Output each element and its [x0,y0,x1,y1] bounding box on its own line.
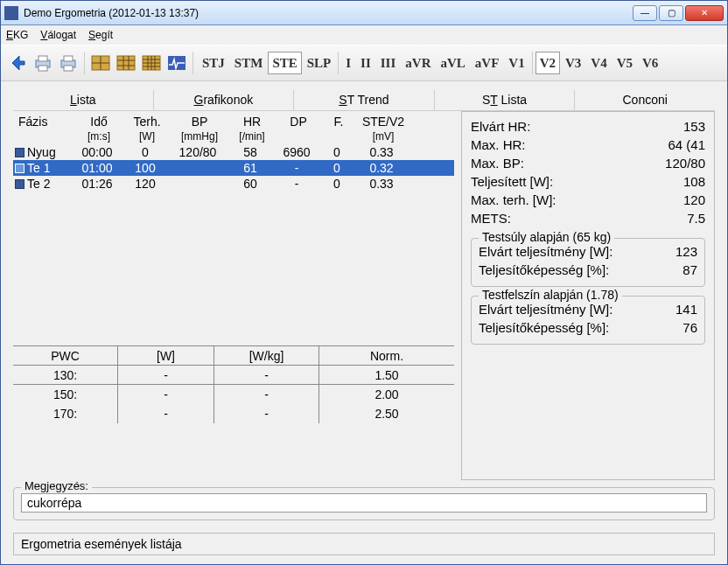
print-button-2[interactable] [57,52,80,74]
stat-telj-w-value: 108 [683,174,705,189]
lead-button-stm[interactable]: STM [230,52,268,74]
close-button[interactable]: ✕ [685,5,724,21]
group-testfelszin-legend: Testfelszín alapján (1.78) [479,288,622,302]
menu-ekg[interactable]: EKG [6,29,28,41]
phase-table-header: Fázis Idő[m:s] Terh.[W] BP[mmHg] HR[/min… [13,111,454,144]
group-testsuly-legend: Testsúly alapján (65 kg) [479,230,614,244]
pwc-row: 170:--2.50 [13,404,454,423]
group-testsuly: Testsúly alapján (65 kg) Elvárt teljesít… [471,238,705,287]
window-controls: — ▢ ✕ [633,5,724,21]
svg-rect-4 [64,56,73,61]
lead-button-v4[interactable]: V4 [586,52,611,74]
pwc-table: PWC [W] [W/kg] Norm. 130:--1.50150:--2.0… [13,345,454,423]
stat-max-bp-value: 120/80 [665,156,705,171]
minimize-button[interactable]: — [633,5,657,21]
lead-button-stj[interactable]: STJ [198,52,229,74]
phase-table: Fázis Idő[m:s] Terh.[W] BP[mmHg] HR[/min… [13,111,454,345]
maximize-button[interactable]: ▢ [659,5,683,21]
svg-rect-9 [117,56,135,70]
stat-mets-label: METS: [471,211,511,226]
row-icon [15,179,24,189]
lead-button-i[interactable]: I [341,52,355,74]
lead-button-v5[interactable]: V5 [612,52,637,74]
stat-max-bp-label: Max. BP: [471,156,524,171]
lead-button-v1[interactable]: V1 [504,52,528,74]
svg-rect-5 [64,66,73,71]
lead-button-v3[interactable]: V3 [561,52,585,74]
lead-button-v2[interactable]: V2 [536,52,560,74]
stat-max-terh-value: 120 [683,192,705,207]
comment-fieldset: Megjegyzés: [13,487,715,520]
grid-button-2[interactable] [115,52,137,74]
window-title: Demo Ergometria (2012-01-13 13:37) [24,7,633,19]
pwc-row: 130:--1.50 [13,366,454,385]
stat-elvart-hr-value: 153 [683,119,705,134]
svg-rect-2 [38,66,47,71]
pwc-header: PWC [W] [W/kg] Norm. [13,346,454,366]
grid-button-1[interactable] [89,52,112,74]
row-icon [15,164,24,173]
lead-button-avr[interactable]: aVR [401,52,435,74]
lead-button-ii[interactable]: II [356,52,375,74]
titlebar: Demo Ergometria (2012-01-13 13:37) — ▢ ✕ [1,1,727,25]
stats-panel: Elvárt HR:153 Max. HR:64 (41 Max. BP:120… [461,111,715,480]
stat-mets-value: 7.5 [687,211,705,226]
lead-button-iii[interactable]: III [376,52,401,74]
app-window: Demo Ergometria (2012-01-13 13:37) — ▢ ✕… [0,0,728,565]
pwc-row: 150:--2.00 [13,385,454,404]
print-button-1[interactable] [32,52,54,74]
lead-button-v6[interactable]: V6 [638,52,662,74]
phase-row[interactable]: Te 201:2612060-00.33 [13,176,454,192]
lead-button-ste[interactable]: STE [268,52,301,74]
stat-max-hr-label: Max. HR: [471,137,526,152]
svg-rect-1 [38,56,47,61]
tab-lista[interactable]: Lista [13,90,154,110]
lead-button-avf[interactable]: aVF [471,52,504,74]
tab-stlista[interactable]: ST Lista [435,90,576,110]
menu-valogat[interactable]: Válogat [40,29,76,41]
status-bar: Ergometria események listája [13,533,715,555]
lead-button-avl[interactable]: aVL [436,52,469,74]
comment-label: Megjegyzés: [21,479,92,492]
row-icon [15,148,24,157]
toolbar: STJSTMSTESLPIIIIIIaVRaVLaVFV1V2V3V4V5V6 [1,45,727,81]
app-icon [4,6,18,20]
phase-table-body[interactable]: Nyug00:000120/8058696000.33Te 101:001006… [13,144,454,345]
lead-button-slp[interactable]: SLP [303,52,336,74]
phase-row[interactable]: Nyug00:000120/8058696000.33 [13,144,454,160]
tab-conconi[interactable]: Conconi [575,90,715,110]
stat-max-terh-label: Max. terh. [W]: [471,192,556,207]
stat-max-hr-value: 64 (41 [668,137,705,152]
content-area: Lista Grafikonok ST Trend ST Lista Conco… [1,81,727,526]
stat-telj-w-label: Teljesített [W]: [471,174,553,189]
wave-button[interactable] [165,52,188,74]
phase-row[interactable]: Te 101:0010061-00.32 [13,160,454,176]
group-testfelszin: Testfelszín alapján (1.78) Elvárt teljes… [471,296,705,345]
menubar: EKG Válogat Segít [1,25,727,45]
menu-segit[interactable]: Segít [88,29,113,41]
comment-input[interactable] [21,493,707,513]
tab-grafikonok[interactable]: Grafikonok [154,90,295,110]
tab-sttrend[interactable]: ST Trend [294,90,435,110]
grid-button-3[interactable] [140,52,163,74]
tab-row: Lista Grafikonok ST Trend ST Lista Conco… [13,90,715,111]
back-button[interactable] [6,52,29,74]
stat-elvart-hr-label: Elvárt HR: [471,119,530,134]
